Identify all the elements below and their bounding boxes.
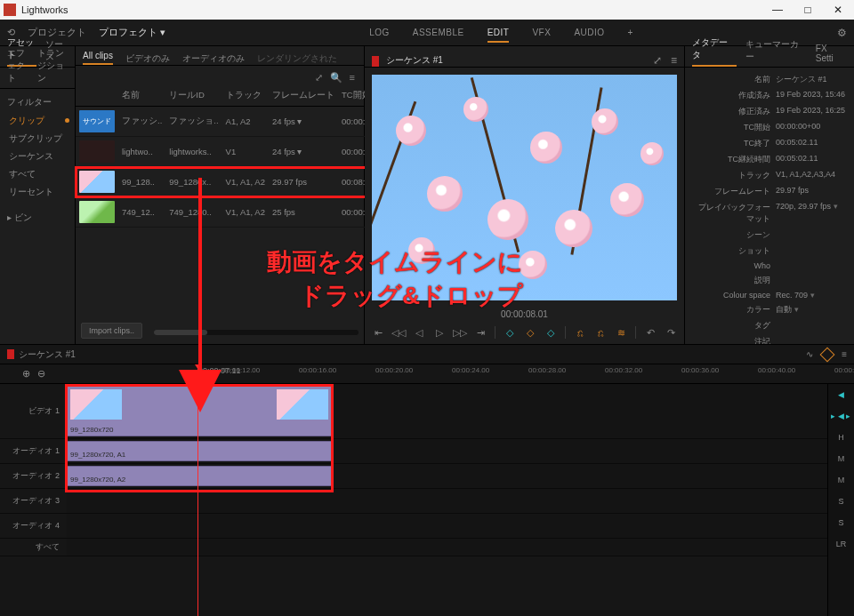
- track-audio-3[interactable]: オーディオ 3: [0, 489, 827, 514]
- playhead[interactable]: [197, 364, 198, 616]
- marker-out-icon[interactable]: ◇: [544, 326, 557, 339]
- settings-icon[interactable]: ⚙: [837, 27, 847, 39]
- preview-viewport[interactable]: [372, 75, 677, 300]
- clips-hscroll[interactable]: [154, 330, 359, 335]
- zoom-in-icon[interactable]: ⊕: [22, 368, 30, 380]
- window-maximize-button[interactable]: □: [801, 4, 815, 16]
- timeline-clip-audio[interactable]: 99_1280x720, A1: [67, 441, 332, 461]
- clips-menu-icon[interactable]: ≡: [350, 72, 355, 84]
- mode-edit[interactable]: EDIT: [487, 28, 510, 43]
- preview-tab-title[interactable]: シーケンス #1: [386, 54, 443, 67]
- mode-add[interactable]: +: [628, 28, 633, 37]
- tab-cue-marker[interactable]: キューマーカー: [745, 38, 807, 67]
- sequence-flag-icon: [372, 56, 379, 67]
- transport-end-icon[interactable]: ⇥: [474, 326, 487, 339]
- metadata-value[interactable]: 19 Feb 2023, 15:46: [770, 90, 847, 101]
- metadata-value[interactable]: [770, 275, 847, 286]
- timeline-waveform-icon[interactable]: ∿: [806, 349, 813, 359]
- track-audio-4[interactable]: オーディオ 4: [0, 514, 827, 539]
- filter-item-subclip[interactable]: サブクリップ: [0, 130, 75, 148]
- filter-item-all[interactable]: すべて: [0, 165, 75, 183]
- window-minimize-button[interactable]: —: [770, 4, 785, 16]
- subtab-video-only[interactable]: ビデオのみ: [125, 52, 170, 65]
- metadata-value[interactable]: 720p, 29.97 fps: [770, 202, 847, 225]
- track-all[interactable]: すべて: [0, 539, 827, 556]
- marker-icon[interactable]: ◀: [828, 384, 854, 405]
- metadata-value[interactable]: [770, 261, 847, 270]
- metadata-value[interactable]: Rec. 709: [770, 291, 847, 300]
- transport-rewind-icon[interactable]: ◁◁: [392, 326, 405, 339]
- mode-assemble[interactable]: ASSEMBLE: [413, 28, 464, 37]
- col-reel[interactable]: リールID: [165, 85, 222, 107]
- lr-button[interactable]: LR: [828, 533, 854, 555]
- subtab-all-clips[interactable]: All clips: [83, 51, 113, 65]
- metadata-value[interactable]: [770, 245, 847, 257]
- mode-vfx[interactable]: VFX: [532, 28, 551, 37]
- marker-icon[interactable]: ▸ ◀ ▸: [828, 405, 854, 427]
- mode-audio[interactable]: AUDIO: [574, 28, 604, 37]
- track-audio-2[interactable]: オーディオ 2 99_1280x720, A2: [0, 464, 827, 489]
- metadata-value[interactable]: 00:05:02.11: [770, 138, 847, 149]
- subtab-audio-only[interactable]: オーディオのみ: [182, 52, 245, 65]
- insert-icon[interactable]: ⎌: [574, 326, 586, 339]
- preview-menu-icon[interactable]: ≡: [671, 54, 677, 67]
- transport-play-icon[interactable]: ▷: [433, 326, 446, 339]
- tab-effect[interactable]: エフェクト: [7, 47, 28, 88]
- transport-step-back-icon[interactable]: ◁: [413, 326, 425, 339]
- metadata-value[interactable]: V1, A1,A2,A3,A4: [770, 170, 847, 181]
- metadata-value[interactable]: シーケンス #1: [770, 74, 847, 85]
- preview-expand-icon[interactable]: ⤢: [653, 54, 662, 67]
- filter-item-clip[interactable]: クリップ: [0, 112, 75, 130]
- tab-metadata[interactable]: メタデータ: [692, 36, 737, 67]
- redo-icon[interactable]: ↷: [665, 326, 677, 339]
- table-row[interactable]: サウンド ファッシ.. ファッショ.. A1, A2 24 fps ▾ 00:0…: [76, 107, 392, 137]
- timeline-marker-icon[interactable]: [820, 347, 835, 362]
- filter-item-recent[interactable]: リーセント: [0, 183, 75, 201]
- metadata-value[interactable]: [770, 229, 847, 241]
- import-clips-button[interactable]: Import clips..: [81, 323, 142, 339]
- col-fps[interactable]: フレームレート: [269, 85, 338, 107]
- mode-log[interactable]: LOG: [369, 28, 390, 37]
- col-name[interactable]: 名前: [118, 85, 165, 107]
- mute-button[interactable]: M: [828, 469, 854, 491]
- clips-expand-icon[interactable]: ⤢: [315, 72, 323, 84]
- undo-icon[interactable]: ↶: [644, 326, 657, 339]
- filter-item-sequence[interactable]: シーケンス: [0, 148, 75, 165]
- transport-start-icon[interactable]: ⇤: [372, 326, 384, 339]
- metadata-value[interactable]: 00:00:00+00: [770, 122, 847, 133]
- tab-fx-settings[interactable]: FX Setti: [816, 44, 847, 67]
- timeline-ruler[interactable]: 00:00:07.11 00:00:12.0000:00:16.0000:00:…: [67, 364, 854, 384]
- cell: A1, A2: [222, 107, 269, 137]
- solo-button[interactable]: S: [828, 512, 854, 533]
- marker-cue-icon[interactable]: ◇: [524, 326, 536, 339]
- track-audio-1[interactable]: オーディオ 1 99_1280x720, A1: [0, 439, 827, 464]
- transport-step-fwd-icon[interactable]: ▷▷: [454, 326, 466, 339]
- table-row-highlighted[interactable]: 99_128.. 99_1280x.. V1, A1, A2 29.97 fps…: [76, 167, 392, 197]
- metadata-value[interactable]: [770, 320, 847, 332]
- clips-search-icon[interactable]: 🔍: [330, 72, 342, 84]
- subtab-rendered[interactable]: レンダリングされた: [257, 52, 337, 65]
- table-row[interactable]: 749_12.. 749_1280.. V1, A1, A2 25 fps 00…: [76, 197, 392, 228]
- tab-transition[interactable]: トランジション: [37, 47, 68, 88]
- timeline-clip-audio[interactable]: 99_1280x720, A2: [67, 466, 332, 486]
- replace-icon[interactable]: ≋: [615, 326, 627, 339]
- overwrite-icon[interactable]: ⎌: [594, 326, 607, 339]
- zoom-out-icon[interactable]: ⊖: [37, 368, 45, 380]
- track-height-button[interactable]: H: [828, 427, 854, 448]
- metadata-value[interactable]: 00:05:02.11: [770, 154, 847, 165]
- video-frame-image: [372, 75, 677, 300]
- marker-in-icon[interactable]: ◇: [504, 326, 516, 339]
- window-close-button[interactable]: ✕: [831, 4, 845, 16]
- solo-button[interactable]: S: [828, 491, 854, 512]
- bin-item[interactable]: ビン: [0, 206, 75, 229]
- table-row[interactable]: lightwo.. lightworks.. V1 24 fps ▾ 00:00…: [76, 137, 392, 167]
- project-dropdown[interactable]: プロフェクト ▾: [99, 26, 165, 39]
- track-video-1[interactable]: ビデオ 1 99_1280x720: [0, 384, 827, 439]
- metadata-value[interactable]: 19 Feb 2023, 16:25: [770, 106, 847, 117]
- metadata-value[interactable]: 自動: [770, 304, 847, 316]
- timeline-clip-video[interactable]: 99_1280x720: [67, 386, 332, 436]
- col-track[interactable]: トラック: [222, 85, 269, 107]
- metadata-value[interactable]: 29.97 fps: [770, 186, 847, 197]
- mute-button[interactable]: M: [828, 448, 854, 469]
- timeline-menu-icon[interactable]: ≡: [842, 349, 847, 359]
